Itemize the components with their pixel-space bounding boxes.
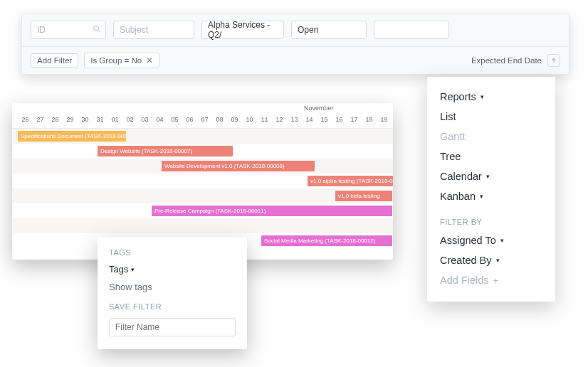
view-item-label: Gantt (440, 131, 465, 142)
blank-filter-input[interactable] (374, 21, 449, 39)
gantt-day: 16 (332, 116, 347, 123)
status-filter-input[interactable]: Open (291, 21, 367, 39)
gantt-bar[interactable]: v1.0 beta testing (335, 191, 392, 201)
sort-indicator[interactable]: Expected End Date (471, 54, 560, 67)
gantt-body: Specifications Document (TASK-2018-00006… (12, 129, 393, 248)
gantt-bar[interactable]: Social Media Marketing (TASK-2018-00012) (261, 235, 392, 246)
show-tags-label: Show tags (109, 282, 152, 292)
gantt-day: 07 (197, 116, 212, 123)
add-filter-button[interactable]: Add Filter (31, 53, 78, 68)
filter-items: Assigned To▾Created By▾ (440, 230, 542, 270)
gantt-row: Website Development v1.0 (TASK-2018-0000… (12, 159, 393, 174)
filter-name-input[interactable] (109, 318, 236, 336)
show-tags-button[interactable]: Show tags (109, 282, 236, 292)
gantt-day: 11 (257, 116, 272, 123)
project-filter-input[interactable]: Alpha Services - Q2/ (201, 21, 284, 39)
filter-by-section-header: FILTER BY (440, 206, 542, 230)
gantt-day: 27 (33, 116, 48, 123)
status-value: Open (298, 25, 318, 35)
gantt-day: 15 (317, 116, 332, 123)
view-item-list[interactable]: List (440, 107, 542, 127)
caret-down-icon: ▾ (131, 266, 135, 273)
gantt-day: 18 (362, 116, 377, 123)
gantt-bar[interactable]: Specifications Document (TASK-2018-00006… (18, 131, 126, 142)
gantt-day: 10 (242, 116, 257, 123)
gantt-bar[interactable]: Website Development v1.0 (TASK-2018-0000… (162, 161, 315, 171)
gantt-day: 19 (377, 116, 392, 123)
id-filter-input[interactable]: ID (31, 21, 106, 39)
tags-label: Tags (109, 264, 128, 275)
gantt-bar[interactable]: Design Website (TASK-2018-00007) (98, 146, 233, 156)
view-item-calendar[interactable]: Calendar▾ (440, 166, 542, 186)
chip-label: Is Group = No (90, 56, 142, 65)
gantt-day-row: 2627282930310102030405060708091011121314… (18, 116, 392, 123)
svg-line-1 (98, 31, 100, 33)
gantt-row: v1.0 alpha testing (TASK-2018-000 (12, 174, 393, 188)
view-item-label: List (440, 111, 456, 122)
gantt-day: 09 (227, 116, 242, 123)
caret-down-icon: ▾ (486, 173, 490, 180)
view-item-label: Reports (440, 91, 476, 102)
tags-section-header: TAGS (109, 248, 236, 257)
view-item-gantt[interactable]: Gantt (440, 127, 542, 147)
gantt-day: 13 (287, 116, 302, 123)
gantt-day: 31 (93, 116, 107, 123)
gantt-day: 17 (347, 116, 362, 123)
caret-down-icon: ▾ (480, 193, 483, 200)
tags-dropdown[interactable]: Tags ▾ (109, 264, 236, 275)
gantt-row: Design Website (TASK-2018-00007) (12, 144, 393, 159)
gantt-day: 12 (272, 116, 287, 123)
project-value: Alpha Services - Q2/ (208, 20, 278, 40)
view-item-reports[interactable]: Reports▾ (440, 87, 542, 107)
view-item-label: Tree (440, 151, 461, 162)
sort-arrow-up-icon[interactable] (547, 54, 560, 67)
gantt-day: 03 (137, 116, 152, 123)
gantt-day: 29 (63, 116, 78, 123)
filter-bar: ID Subject Alpha Services - Q2/ Open Add… (21, 13, 569, 75)
add-fields-button[interactable]: Add Fields + (440, 270, 542, 290)
gantt-day: 30 (78, 116, 93, 123)
save-filter-section-header: SAVE FILTER (109, 302, 236, 311)
gantt-row: Specifications Document (TASK-2018-00006… (12, 129, 393, 144)
gantt-bar[interactable]: Pre-Release Campaign (TASK-2018-00011) (152, 206, 392, 216)
plus-icon: + (493, 275, 499, 286)
gantt-month-label: November (304, 105, 334, 112)
caret-down-icon: ▾ (481, 93, 484, 100)
filter-item-label: Created By (440, 255, 492, 266)
gantt-day: 05 (167, 116, 182, 123)
gantt-day: 26 (18, 116, 33, 123)
id-placeholder: ID (37, 25, 46, 35)
sort-field-label: Expected End Date (471, 56, 542, 65)
svg-point-0 (94, 26, 99, 31)
view-item-tree[interactable]: Tree (440, 147, 542, 166)
filter-row-inputs: ID Subject Alpha Services - Q2/ Open (22, 14, 569, 46)
gantt-row (12, 218, 393, 233)
gantt-row: v1.0 beta testing (12, 188, 393, 203)
filter-row-chips: Add Filter Is Group = No ✕ Expected End … (22, 46, 569, 74)
gantt-day: 08 (212, 116, 227, 123)
view-item-kanban[interactable]: Kanban▾ (440, 186, 542, 206)
filter-item-label: Assigned To (440, 235, 496, 246)
gantt-day: 01 (107, 116, 122, 123)
subject-placeholder: Subject (120, 25, 148, 35)
view-item-label: Calendar (440, 171, 482, 182)
subject-filter-input[interactable]: Subject (113, 21, 194, 39)
gantt-header: November 2627282930310102030405060708091… (12, 103, 393, 129)
gantt-day: 14 (302, 116, 317, 123)
gantt-bar[interactable]: v1.0 alpha testing (TASK-2018-000 (308, 176, 393, 186)
gantt-day: 04 (152, 116, 167, 123)
add-filter-label: Add Filter (37, 56, 72, 65)
view-item-label: Kanban (440, 191, 476, 202)
filter-item-assigned-to[interactable]: Assigned To▾ (440, 230, 542, 250)
view-items: Reports▾ListGanttTreeCalendar▾Kanban▾ (440, 87, 542, 206)
filter-item-created-by[interactable]: Created By▾ (440, 250, 542, 270)
search-icon (93, 25, 101, 36)
gantt-day: 02 (122, 116, 137, 123)
caret-down-icon: ▾ (496, 257, 500, 264)
caret-down-icon: ▾ (500, 237, 504, 244)
filter-chip-is-group[interactable]: Is Group = No ✕ (84, 53, 159, 68)
close-icon[interactable]: ✕ (146, 55, 153, 65)
gantt-day: 28 (48, 116, 63, 123)
gantt-row: Pre-Release Campaign (TASK-2018-00011) (12, 203, 393, 218)
add-fields-label: Add Fields (440, 275, 489, 286)
